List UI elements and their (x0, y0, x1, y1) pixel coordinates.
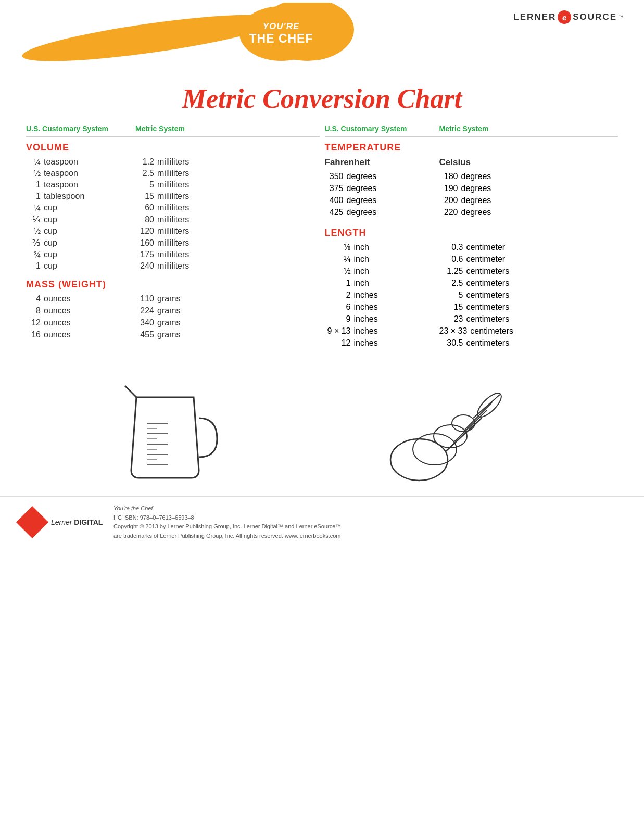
footer-diamond (16, 506, 48, 538)
badge-line1: YOU'RE (249, 21, 313, 32)
left-col-headers: U.S. Customary System Metric System (26, 124, 320, 137)
temp-row-3: 400 degrees 200 degrees (325, 196, 618, 205)
page-title: Metric Conversion Chart (0, 83, 644, 114)
vol-row-3: 1 teaspoon 5 milliliters (26, 180, 320, 190)
vol-row-7: ½ cup 120 milliliters (26, 226, 320, 236)
measuring-cup-illustration (121, 376, 220, 486)
fahr-label: Fahrenheit (325, 157, 439, 168)
vol-row-5: ¼ cup 60 milliliters (26, 203, 320, 212)
vol-row-8: ⅔ cup 160 milliliters (26, 238, 320, 248)
footer-brand-text: Lerner DIGITAL (51, 518, 103, 526)
footer-logo: Lerner DIGITAL (21, 511, 104, 534)
left-column: U.S. Customary System Metric System VOLU… (26, 124, 320, 350)
measuring-spoons-illustration (377, 376, 523, 486)
temp-subheaders: Fahrenheit Celsius (325, 157, 618, 168)
cel-label: Celsius (439, 157, 471, 168)
len-row-7: 9 inches 23 centimeters (325, 314, 618, 324)
len-row-4: 1 inch 2.5 centimeters (325, 279, 618, 288)
left-us-header: U.S. Customary System (26, 124, 135, 133)
mass-row-4: 16 ounces 455 grams (26, 330, 320, 339)
right-column: U.S. Customary System Metric System TEMP… (325, 124, 618, 350)
len-row-9: 12 inches 30.5 centimeters (325, 338, 618, 348)
chef-badge: YOU'RE THE CHEF (239, 6, 323, 61)
left-metric-header: Metric System (135, 124, 185, 133)
length-label: LENGTH (325, 228, 618, 238)
badge-line2: THE CHEF (249, 32, 313, 46)
temp-row-4: 425 degrees 220 degrees (325, 208, 618, 217)
footer: Lerner DIGITAL You're the Chef HC ISBN: … (0, 496, 644, 548)
mass-row-1: 4 ounces 110 grams (26, 294, 320, 304)
mass-rows: 4 ounces 110 grams 8 ounces 224 grams (26, 294, 320, 339)
length-rows: ⅛ inch 0.3 centimeter ¼ inch 0.6 centime… (325, 243, 618, 348)
temp-row-2: 375 degrees 190 degrees (325, 184, 618, 193)
footer-lerner: Lerner (51, 518, 72, 526)
svg-point-12 (413, 434, 457, 465)
vol-row-1: ¼ teaspoon 1.2 milliliters (26, 157, 320, 167)
temp-rows: 350 degrees 180 degrees 375 degrees 190 … (325, 172, 618, 217)
vol-row-9: ¾ cup 175 milliliters (26, 250, 320, 259)
mass-label: MASS (WEIGHT) (26, 279, 320, 290)
len-row-6: 6 inches 15 centimeters (325, 302, 618, 312)
page-title-container: Metric Conversion Chart (0, 83, 644, 114)
temp-row-1: 350 degrees 180 degrees (325, 172, 618, 181)
footer-isbn: HC ISBN: 978–0–7613–6593–8 (113, 513, 341, 523)
right-col-headers: U.S. Customary System Metric System (325, 124, 618, 137)
vol-1-m-unit: milliliters (157, 157, 189, 167)
len-row-2: ¼ inch 0.6 centimeter (325, 255, 618, 264)
vol-row-10: 1 cup 240 milliliters (26, 261, 320, 271)
source-text: SOURCE (573, 12, 617, 22)
vol-1-m-qty: 1.2 (135, 157, 154, 167)
vol-1-us-unit: teaspoon (44, 157, 78, 167)
vol-row-6: ⅓ cup 80 milliliters (26, 214, 320, 224)
right-metric-header: Metric System (439, 124, 489, 133)
mass-row-3: 12 ounces 340 grams (26, 318, 320, 327)
footer-text: You're the Chef HC ISBN: 978–0–7613–6593… (113, 504, 341, 540)
len-row-1: ⅛ inch 0.3 centimeter (325, 243, 618, 252)
vol-row-4: 1 tablespoon 15 milliliters (26, 192, 320, 201)
right-us-header: U.S. Customary System (325, 124, 439, 133)
vol-1-us-qty: ¼ (26, 157, 41, 167)
lerner-esource-logo: LERNER e SOURCE ™ (513, 10, 623, 24)
illustrations (0, 371, 644, 491)
vol-row-2: ½ teaspoon 2.5 milliliters (26, 169, 320, 178)
volume-label: VOLUME (26, 142, 320, 153)
len-row-5: 2 inches 5 centimeters (325, 291, 618, 300)
mass-row-2: 8 ounces 224 grams (26, 306, 320, 315)
len-row-8: 9 × 13 inches 23 × 33 centimeters (325, 326, 618, 336)
e-icon: e (558, 10, 571, 24)
footer-book-title: You're the Chef (113, 504, 341, 513)
lerner-brand: LERNER (513, 12, 556, 22)
footer-digital: DIGITAL (74, 518, 103, 526)
len-row-3: ½ inch 1.25 centimeters (325, 267, 618, 276)
main-content: U.S. Customary System Metric System VOLU… (0, 124, 644, 350)
volume-rows: ¼ teaspoon 1.2 milliliters ½ teaspoon 2.… (26, 157, 320, 271)
footer-copyright: Copyright © 2013 by Lerner Publishing Gr… (113, 522, 341, 532)
footer-rights: are trademarks of Lerner Publishing Grou… (113, 532, 341, 541)
temperature-label: TEMPERATURE (325, 142, 618, 153)
